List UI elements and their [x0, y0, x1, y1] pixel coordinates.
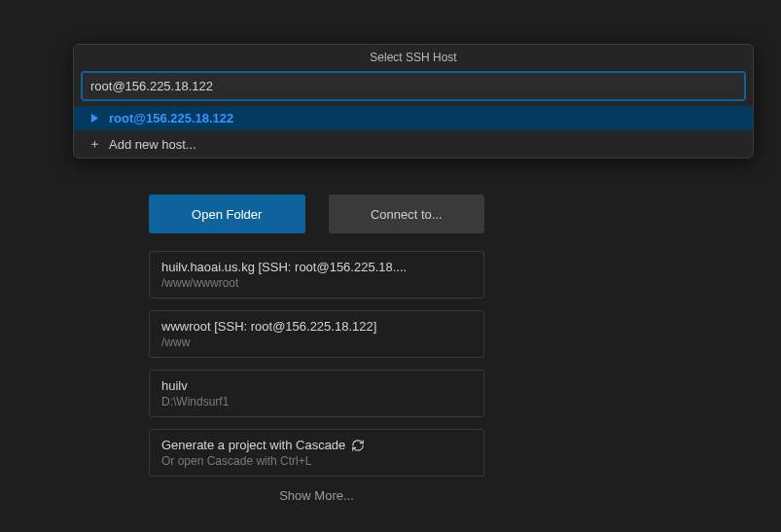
open-folder-label: Open Folder	[192, 207, 262, 222]
plus-icon: ＋	[88, 135, 101, 153]
palette-item-label: Add new host...	[109, 137, 196, 152]
recent-list: huilv.haoai.us.kg [SSH: root@156.225.18.…	[149, 251, 484, 477]
welcome-area: Open Folder Connect to... huilv.haoai.us…	[149, 195, 484, 503]
ssh-host-palette: Select SSH Host root@156.225.18.122 ＋ Ad…	[73, 44, 754, 159]
recent-sub: /www/wwwroot	[161, 276, 472, 290]
welcome-button-row: Open Folder Connect to...	[149, 195, 484, 233]
palette-input-wrap	[74, 72, 753, 106]
recent-item[interactable]: huilv D:\Windsurf1	[149, 370, 484, 417]
connect-to-label: Connect to...	[371, 207, 443, 222]
play-icon	[88, 114, 101, 123]
palette-list: root@156.225.18.122 ＋ Add new host...	[74, 106, 753, 158]
recent-item[interactable]: wwwroot [SSH: root@156.225.18.122] /www	[149, 310, 484, 358]
show-more-label: Show More...	[279, 488, 354, 503]
connect-to-button[interactable]: Connect to...	[329, 195, 485, 233]
palette-item-ssh-host[interactable]: root@156.225.18.122	[74, 106, 753, 130]
palette-input[interactable]	[82, 72, 745, 100]
palette-item-add-host[interactable]: ＋ Add new host...	[74, 130, 753, 158]
cascade-title-text: Generate a project with Cascade	[161, 438, 345, 452]
show-more-link[interactable]: Show More...	[149, 488, 484, 503]
recent-title: huilv	[161, 378, 472, 393]
cascade-sub: Or open Cascade with Ctrl+L	[161, 454, 472, 468]
recent-title: huilv.haoai.us.kg [SSH: root@156.225.18.…	[161, 260, 472, 274]
recent-sub: /www	[161, 336, 472, 349]
palette-item-label: root@156.225.18.122	[109, 111, 233, 125]
cascade-title: Generate a project with Cascade	[161, 438, 472, 452]
refresh-icon	[351, 439, 365, 452]
recent-item[interactable]: huilv.haoai.us.kg [SSH: root@156.225.18.…	[149, 251, 484, 299]
recent-title: wwwroot [SSH: root@156.225.18.122]	[161, 319, 472, 334]
open-folder-button[interactable]: Open Folder	[149, 195, 305, 233]
recent-sub: D:\Windsurf1	[161, 395, 472, 408]
cascade-item[interactable]: Generate a project with Cascade Or open …	[149, 429, 484, 477]
palette-title: Select SSH Host	[74, 45, 753, 72]
